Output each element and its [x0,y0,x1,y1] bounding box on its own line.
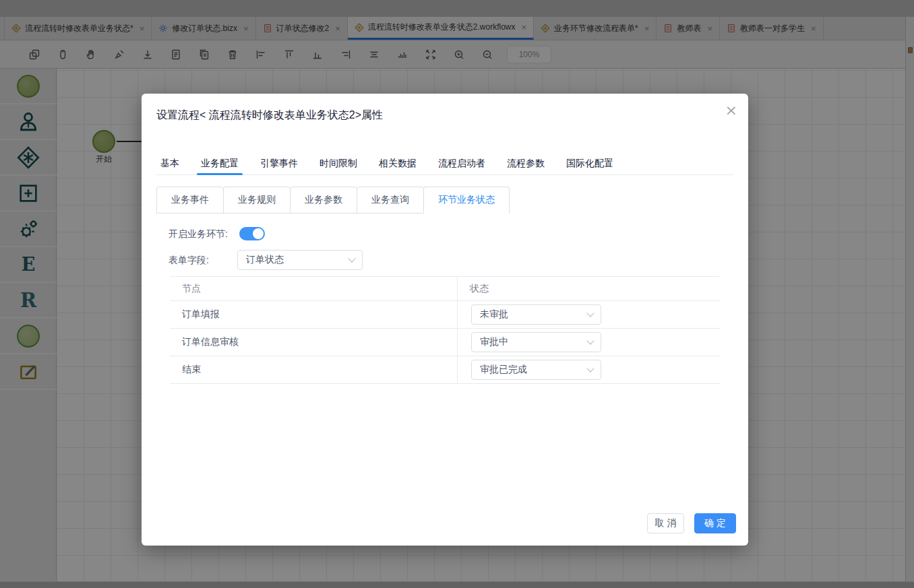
node-status-table: 节点 状态 订单填报 未审批 订单信息审核 审批中 [170,276,720,384]
tab-business-config[interactable]: 业务配置 [197,153,243,174]
status-cell: 未审批 [458,301,720,328]
toggle-label: 开启业务环节: [169,228,228,240]
close-icon[interactable]: × [725,103,737,118]
subtab-business-params[interactable]: 业务参数 [290,187,357,214]
tab-engine-events[interactable]: 引擎事件 [256,153,302,174]
form-field-label: 表单字段: [169,255,209,267]
tab-time-limit[interactable]: 时间限制 [315,153,361,174]
business-config-subtabs: 业务事件 业务规则 业务参数 业务查询 环节业务状态 [156,187,510,214]
chevron-down-icon [348,255,355,262]
status-select-value: 审批已完成 [480,364,527,376]
chevron-down-icon [586,364,594,372]
table-row: 结束 审批已完成 [170,356,720,384]
table-row: 订单填报 未审批 [170,301,720,329]
node-cell: 订单填报 [170,301,458,328]
tab-process-initiator[interactable]: 流程启动者 [434,153,489,174]
chevron-down-icon [586,337,594,344]
form-field-select-value: 订单状态 [246,254,284,266]
dialog-tab-bar: 基本 业务配置 引擎事件 时间限制 相关数据 流程启动者 流程参数 国际化配置 [156,153,733,175]
status-cell: 审批已完成 [458,356,720,383]
table-row: 订单信息审核 审批中 [170,329,720,356]
status-cell: 审批中 [458,329,720,356]
subtab-node-business-status[interactable]: 环节业务状态 [423,187,510,214]
node-cell: 订单信息审核 [170,329,458,356]
dialog-title: 设置流程< 流程流转时修改表单业务状态2>属性 [156,108,383,123]
status-select[interactable]: 未审批 [471,304,601,325]
column-header-status: 状态 [458,277,720,300]
tab-basic[interactable]: 基本 [156,153,183,174]
confirm-button[interactable]: 确 定 [694,513,736,533]
tab-i18n-config[interactable]: 国际化配置 [562,153,617,174]
column-header-node: 节点 [170,277,458,300]
subtab-business-query[interactable]: 业务查询 [357,187,424,214]
cancel-button[interactable]: 取 消 [647,513,684,533]
process-properties-dialog: 设置流程< 流程流转时修改表单业务状态2>属性 × 基本 业务配置 引擎事件 时… [142,94,748,546]
subtab-business-rules[interactable]: 业务规则 [223,187,291,214]
form-field-select[interactable]: 订单状态 [237,250,363,270]
status-select-value: 审批中 [480,336,508,348]
status-select-value: 未审批 [480,308,508,321]
enable-business-node-toggle[interactable] [239,227,265,240]
tab-related-data[interactable]: 相关数据 [375,153,421,174]
table-header-row: 节点 状态 [170,277,720,301]
app-window: 流程流转时修改表单业务状态* × 修改订单状态.bizx × 订单状态修改2 ×… [0,0,914,588]
subtab-business-events[interactable]: 业务事件 [156,187,224,214]
node-cell: 结束 [170,356,458,383]
tab-process-params[interactable]: 流程参数 [503,153,549,174]
status-select[interactable]: 审批已完成 [471,360,601,380]
toggle-knob [253,228,264,239]
status-select[interactable]: 审批中 [471,332,601,352]
chevron-down-icon [586,309,594,317]
